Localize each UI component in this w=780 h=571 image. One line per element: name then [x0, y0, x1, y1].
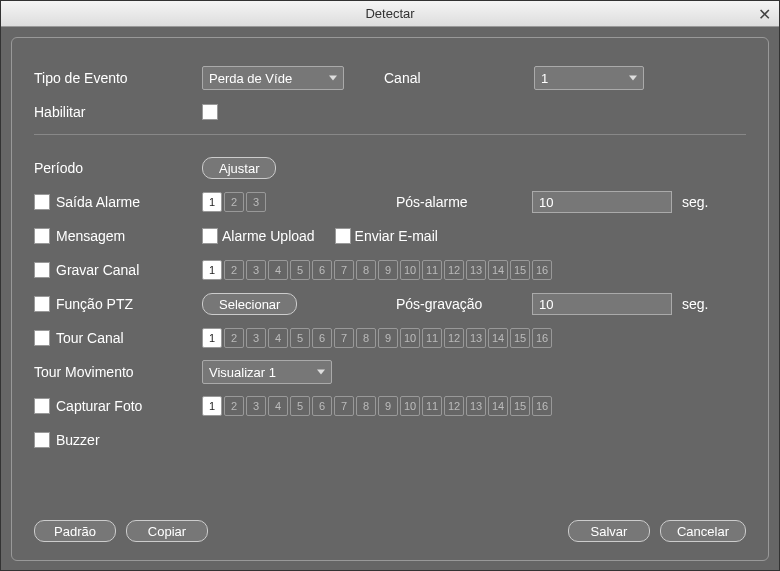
- label-habilitar: Habilitar: [34, 104, 202, 120]
- tour-canal-checkbox[interactable]: [34, 330, 50, 346]
- foto-ch-5[interactable]: 5: [290, 396, 310, 416]
- gravar-ch-10[interactable]: 10: [400, 260, 420, 280]
- detect-dialog: Detectar ✕ Tipo de Evento Perda de Víde …: [0, 0, 780, 571]
- buzzer-checkbox[interactable]: [34, 432, 50, 448]
- foto-ch-9[interactable]: 9: [378, 396, 398, 416]
- foto-ch-14[interactable]: 14: [488, 396, 508, 416]
- tour-ch-8[interactable]: 8: [356, 328, 376, 348]
- gravar-ch-3[interactable]: 3: [246, 260, 266, 280]
- footer: Padrão Copiar Salvar Cancelar: [34, 520, 746, 542]
- tour-ch-1[interactable]: 1: [202, 328, 222, 348]
- saida-alarme-checkbox[interactable]: [34, 194, 50, 210]
- foto-ch-7[interactable]: 7: [334, 396, 354, 416]
- alarm-out-3[interactable]: 3: [246, 192, 266, 212]
- gravar-ch-5[interactable]: 5: [290, 260, 310, 280]
- cancelar-button[interactable]: Cancelar: [660, 520, 746, 542]
- gravar-ch-1[interactable]: 1: [202, 260, 222, 280]
- tour-ch-16[interactable]: 16: [532, 328, 552, 348]
- label-seg-2: seg.: [682, 296, 708, 312]
- tour-ch-15[interactable]: 15: [510, 328, 530, 348]
- gravar-ch-9[interactable]: 9: [378, 260, 398, 280]
- tour-ch-13[interactable]: 13: [466, 328, 486, 348]
- foto-ch-10[interactable]: 10: [400, 396, 420, 416]
- gravar-ch-13[interactable]: 13: [466, 260, 486, 280]
- tour-ch-9[interactable]: 9: [378, 328, 398, 348]
- capturar-foto-checkbox[interactable]: [34, 398, 50, 414]
- label-periodo: Período: [34, 160, 202, 176]
- label-seg-1: seg.: [682, 194, 708, 210]
- gravar-ch-6[interactable]: 6: [312, 260, 332, 280]
- canal-select[interactable]: 1: [534, 66, 644, 90]
- tour-canal-grid: 12345678910111213141516: [202, 328, 552, 348]
- foto-ch-15[interactable]: 15: [510, 396, 530, 416]
- tour-ch-4[interactable]: 4: [268, 328, 288, 348]
- alarme-upload-checkbox[interactable]: [202, 228, 218, 244]
- gravar-canal-checkbox[interactable]: [34, 262, 50, 278]
- label-buzzer: Buzzer: [56, 432, 100, 448]
- window-title: Detectar: [365, 6, 414, 21]
- label-tour-movimento: Tour Movimento: [34, 364, 202, 380]
- capturar-foto-grid: 12345678910111213141516: [202, 396, 552, 416]
- selecionar-button[interactable]: Selecionar: [202, 293, 297, 315]
- foto-ch-4[interactable]: 4: [268, 396, 288, 416]
- gravar-ch-4[interactable]: 4: [268, 260, 288, 280]
- gravar-canal-grid: 12345678910111213141516: [202, 260, 552, 280]
- tour-ch-14[interactable]: 14: [488, 328, 508, 348]
- label-funcao-ptz: Função PTZ: [56, 296, 133, 312]
- tour-movimento-select[interactable]: Visualizar 1: [202, 360, 332, 384]
- foto-ch-3[interactable]: 3: [246, 396, 266, 416]
- foto-ch-8[interactable]: 8: [356, 396, 376, 416]
- label-saida-alarme: Saída Alarme: [56, 194, 140, 210]
- tour-ch-3[interactable]: 3: [246, 328, 266, 348]
- tour-ch-6[interactable]: 6: [312, 328, 332, 348]
- content-panel: Tipo de Evento Perda de Víde Canal 1 Hab…: [11, 37, 769, 561]
- tour-movimento-value: Visualizar 1: [209, 365, 276, 380]
- gravar-ch-8[interactable]: 8: [356, 260, 376, 280]
- pos-alarme-input[interactable]: [532, 191, 672, 213]
- label-gravar-canal: Gravar Canal: [56, 262, 139, 278]
- close-icon[interactable]: ✕: [758, 5, 771, 24]
- mensagem-checkbox[interactable]: [34, 228, 50, 244]
- canal-value: 1: [541, 71, 548, 86]
- salvar-button[interactable]: Salvar: [568, 520, 650, 542]
- gravar-ch-12[interactable]: 12: [444, 260, 464, 280]
- foto-ch-11[interactable]: 11: [422, 396, 442, 416]
- divider: [34, 134, 746, 135]
- gravar-ch-7[interactable]: 7: [334, 260, 354, 280]
- foto-ch-6[interactable]: 6: [312, 396, 332, 416]
- foto-ch-1[interactable]: 1: [202, 396, 222, 416]
- foto-ch-13[interactable]: 13: [466, 396, 486, 416]
- label-tipo-evento: Tipo de Evento: [34, 70, 202, 86]
- tour-ch-7[interactable]: 7: [334, 328, 354, 348]
- padrao-button[interactable]: Padrão: [34, 520, 116, 542]
- label-enviar-email: Enviar E-mail: [355, 228, 438, 244]
- ajustar-button[interactable]: Ajustar: [202, 157, 276, 179]
- gravar-ch-14[interactable]: 14: [488, 260, 508, 280]
- label-mensagem: Mensagem: [56, 228, 125, 244]
- tipo-evento-value: Perda de Víde: [209, 71, 292, 86]
- tour-ch-5[interactable]: 5: [290, 328, 310, 348]
- tour-ch-11[interactable]: 11: [422, 328, 442, 348]
- tour-ch-12[interactable]: 12: [444, 328, 464, 348]
- tipo-evento-select[interactable]: Perda de Víde: [202, 66, 344, 90]
- saida-alarme-grid: 1 2 3: [202, 192, 266, 212]
- foto-ch-2[interactable]: 2: [224, 396, 244, 416]
- foto-ch-12[interactable]: 12: [444, 396, 464, 416]
- pos-gravacao-input[interactable]: [532, 293, 672, 315]
- gravar-ch-15[interactable]: 15: [510, 260, 530, 280]
- foto-ch-16[interactable]: 16: [532, 396, 552, 416]
- label-alarme-upload: Alarme Upload: [222, 228, 315, 244]
- alarm-out-1[interactable]: 1: [202, 192, 222, 212]
- enviar-email-checkbox[interactable]: [335, 228, 351, 244]
- titlebar: Detectar ✕: [1, 1, 779, 27]
- funcao-ptz-checkbox[interactable]: [34, 296, 50, 312]
- tour-ch-2[interactable]: 2: [224, 328, 244, 348]
- tour-ch-10[interactable]: 10: [400, 328, 420, 348]
- label-pos-alarme: Pós-alarme: [396, 194, 526, 210]
- gravar-ch-16[interactable]: 16: [532, 260, 552, 280]
- copiar-button[interactable]: Copiar: [126, 520, 208, 542]
- gravar-ch-11[interactable]: 11: [422, 260, 442, 280]
- alarm-out-2[interactable]: 2: [224, 192, 244, 212]
- habilitar-checkbox[interactable]: [202, 104, 218, 120]
- gravar-ch-2[interactable]: 2: [224, 260, 244, 280]
